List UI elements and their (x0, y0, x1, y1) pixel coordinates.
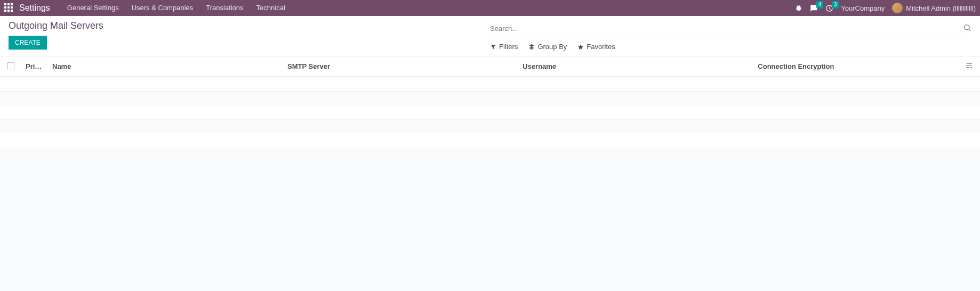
search-tools: Filters Group By Favorites (490, 37, 971, 56)
groupby-button[interactable]: Group By (528, 43, 567, 51)
svg-point-4 (967, 67, 967, 68)
table-row[interactable] (0, 133, 980, 148)
select-all-cell (0, 56, 21, 77)
col-username[interactable]: Username (518, 56, 753, 77)
table-row[interactable] (0, 77, 980, 92)
avatar (892, 3, 903, 13)
col-smtp[interactable]: SMTP Server (283, 56, 518, 77)
topbar: Settings General Settings Users & Compan… (0, 0, 980, 16)
layers-icon (528, 44, 535, 50)
svg-point-0 (965, 25, 969, 30)
company-switcher[interactable]: YourCompany (841, 4, 885, 12)
activities-badge: 3 (832, 1, 839, 9)
favorites-button[interactable]: Favorites (577, 43, 615, 51)
col-name[interactable]: Name (48, 56, 283, 77)
col-encryption[interactable]: Connection Encryption (753, 56, 959, 77)
search-bar (490, 20, 971, 37)
apps-icon[interactable] (4, 3, 14, 13)
svg-point-2 (967, 63, 967, 64)
messages-icon[interactable]: 4 (810, 4, 818, 12)
svg-line-1 (969, 29, 970, 31)
table-header-row: Prio... Name SMTP Server Username Connec… (0, 56, 980, 77)
create-button[interactable]: CREATE (9, 36, 47, 50)
col-priority[interactable]: Prio... (21, 56, 48, 77)
favorites-label: Favorites (587, 43, 615, 51)
debug-icon[interactable] (795, 4, 802, 12)
filters-button[interactable]: Filters (490, 43, 518, 51)
table-gap (0, 92, 980, 105)
search-input[interactable] (490, 22, 963, 35)
menu-technical[interactable]: Technical (250, 0, 292, 16)
filters-label: Filters (499, 43, 518, 51)
control-panel: Outgoing Mail Servers CREATE Filters Gro… (0, 16, 980, 56)
table-row[interactable] (0, 105, 980, 120)
select-all-checkbox[interactable] (7, 62, 14, 69)
user-name: Mitchell Admin (llllllllllll) (906, 4, 976, 12)
filter-icon (490, 44, 496, 50)
search-icon[interactable] (963, 23, 971, 34)
groupby-label: Group By (537, 43, 567, 51)
table-gap (0, 120, 980, 133)
optional-columns-icon[interactable] (966, 63, 973, 71)
activities-icon[interactable]: 3 (825, 4, 833, 12)
messages-badge: 4 (816, 1, 824, 9)
svg-point-3 (967, 65, 967, 66)
breadcrumb: Outgoing Mail Servers (9, 20, 490, 31)
table: Prio... Name SMTP Server Username Connec… (0, 56, 980, 148)
brand-title[interactable]: Settings (19, 3, 50, 13)
list-view: Prio... Name SMTP Server Username Connec… (0, 56, 980, 148)
star-icon (577, 44, 584, 50)
col-options (959, 56, 980, 77)
user-menu[interactable]: Mitchell Admin (llllllllllll) (892, 3, 976, 13)
menu-users-companies[interactable]: Users & Companies (125, 0, 200, 16)
menu-translations[interactable]: Translations (199, 0, 250, 16)
topbar-right: 4 3 YourCompany Mitchell Admin (llllllll… (795, 3, 976, 13)
topbar-left: Settings General Settings Users & Compan… (4, 0, 292, 16)
menu-general-settings[interactable]: General Settings (61, 0, 125, 16)
